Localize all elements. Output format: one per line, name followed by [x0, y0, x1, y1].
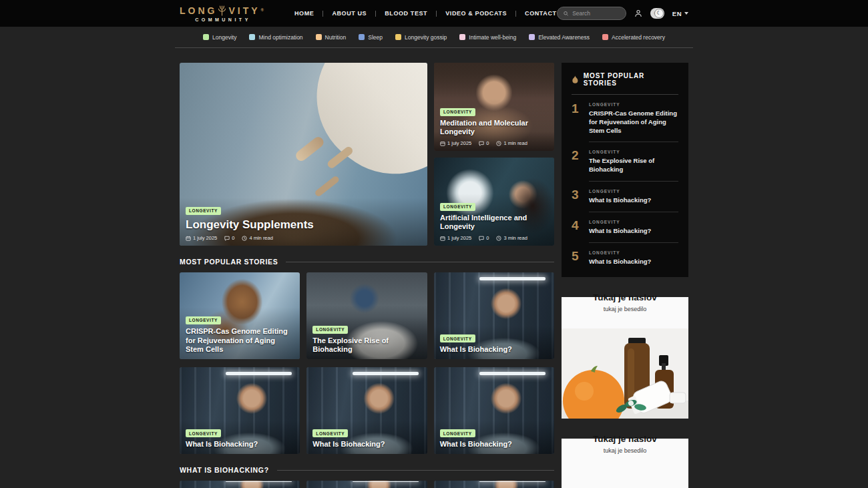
- nav-contact[interactable]: CONTACT: [525, 10, 557, 17]
- supplements-photo: [562, 328, 688, 419]
- featured-article[interactable]: LONGEVITY Longevity Supplements 1 july 2…: [180, 63, 427, 246]
- section-title: MOST POPULAR STORIES: [180, 258, 278, 266]
- article-title: Longevity Supplements: [186, 218, 421, 232]
- article-title: The Explosive Rise of Biohacking: [312, 336, 421, 355]
- article-card[interactable]: LONGEVITY What Is Biohacking?: [434, 272, 554, 359]
- search-icon: [564, 11, 569, 17]
- section-header-biohacking: WHAT IS BIOHACKING?: [180, 466, 554, 474]
- user-icon: [634, 9, 642, 17]
- popular-story-item[interactable]: 2 LONGEVITYThe Explosive Rise of Biohack…: [572, 142, 678, 181]
- nav-home[interactable]: HOME: [294, 10, 314, 17]
- account-button[interactable]: [634, 9, 642, 17]
- header-divider: [175, 47, 693, 48]
- article-title: What Is Biohacking?: [440, 440, 548, 449]
- theme-toggle[interactable]: ☀ ☾: [650, 8, 664, 19]
- category-longevity-gossip[interactable]: Longevity gossip: [395, 34, 447, 41]
- ad-text: tukaj je besedilo: [562, 447, 688, 454]
- calendar-icon: [186, 236, 191, 241]
- rank-number: 1: [572, 95, 582, 142]
- registered-mark: ®: [261, 8, 266, 12]
- category-color-swatch: [602, 34, 608, 40]
- top-bar: LONG VITY ® COMMUNITY HOME ABOUT US BLOO…: [0, 0, 868, 27]
- page-content: LONGEVITY Longevity Supplements 1 july 2…: [180, 63, 688, 488]
- category-sleep[interactable]: Sleep: [359, 34, 383, 41]
- comment-count: 0: [479, 235, 489, 241]
- story-category: LONGEVITY: [589, 102, 678, 107]
- article-card[interactable]: LONGEVITY What Is Biohacking?: [434, 367, 554, 454]
- article-card[interactable]: [306, 481, 427, 488]
- nav-divider: [515, 11, 516, 17]
- nav-video-podcasts[interactable]: VIDEO & PODCATS: [445, 10, 507, 17]
- article-card[interactable]: LONGEVITY What Is Biohacking?: [306, 367, 427, 454]
- secondary-article[interactable]: LONGEVITY Artificial Intelligence and Lo…: [434, 158, 554, 246]
- main-column: LONGEVITY Longevity Supplements 1 july 2…: [180, 63, 554, 488]
- article-card[interactable]: LONGEVITY The Explosive Rise of Biohacki…: [306, 272, 427, 359]
- category-elevated-awareness[interactable]: Elevated Awareness: [529, 34, 590, 41]
- most-popular-widget: MOST POPULAR STORIES 1 LONGEVITYCRISPR-C…: [562, 63, 688, 277]
- category-longevity[interactable]: Longevity: [203, 34, 236, 41]
- article-title: What Is Biohacking?: [186, 440, 294, 449]
- article-image: [180, 481, 300, 488]
- flame-icon: [572, 75, 579, 84]
- nav-about-us[interactable]: ABOUT US: [332, 10, 367, 17]
- story-title: What Is Biohacking?: [589, 196, 678, 205]
- article-title: Meditation and Molecular Longevity: [440, 119, 548, 138]
- ad-text: tukaj je besedilo: [562, 306, 688, 312]
- category-color-swatch: [316, 34, 322, 40]
- rank-number: 4: [572, 212, 582, 242]
- popular-story-item[interactable]: 4 LONGEVITYWhat Is Biohacking?: [572, 212, 678, 242]
- nav-blood-test[interactable]: BLOOD TEST: [385, 10, 427, 17]
- logo-text-right: VITY: [228, 6, 260, 15]
- popular-story-item[interactable]: 1 LONGEVITYCRISPR-Cas Genome Editing for…: [572, 95, 678, 142]
- ad-banner[interactable]: Tukaj je naslov tukaj je besedilo: [562, 297, 688, 419]
- category-badge[interactable]: LONGEVITY: [186, 207, 221, 215]
- category-intimate-well-being[interactable]: Intimate well-being: [459, 34, 516, 41]
- article-title: Artificial Intelligence and Longevity: [440, 214, 548, 232]
- category-accelerated-recovery[interactable]: Accelerated recovery: [602, 34, 665, 41]
- article-card[interactable]: [180, 481, 300, 488]
- calendar-icon: [440, 236, 445, 241]
- category-badge[interactable]: LONGEVITY: [440, 429, 475, 437]
- site-logo[interactable]: LONG VITY ® COMMUNITY: [180, 5, 266, 22]
- category-color-swatch: [359, 34, 365, 40]
- category-badge[interactable]: LONGEVITY: [186, 316, 221, 324]
- sidebar: MOST POPULAR STORIES 1 LONGEVITYCRISPR-C…: [562, 63, 688, 488]
- category-badge[interactable]: LONGEVITY: [440, 108, 475, 116]
- category-mind-optimization[interactable]: Mind optimization: [249, 34, 302, 41]
- search-input[interactable]: [572, 10, 620, 17]
- article-card[interactable]: LONGEVITY What Is Biohacking?: [180, 367, 300, 454]
- story-category: LONGEVITY: [589, 220, 678, 224]
- secondary-article[interactable]: LONGEVITY Meditation and Molecular Longe…: [434, 63, 554, 151]
- language-label: EN: [672, 10, 682, 17]
- rank-number: 2: [572, 142, 582, 181]
- story-category: LONGEVITY: [589, 250, 678, 255]
- chevron-down-icon: [684, 12, 688, 15]
- article-meta: 1 july 2025 0 4 min read: [186, 235, 421, 241]
- popular-story-item[interactable]: 3 LONGEVITYWhat Is Biohacking?: [572, 181, 678, 212]
- clock-icon: [242, 236, 247, 241]
- category-nutrition[interactable]: Nutrition: [316, 34, 347, 41]
- category-badge[interactable]: LONGEVITY: [312, 429, 348, 437]
- clock-icon: [496, 236, 501, 241]
- popular-story-item[interactable]: 5 LONGEVITYWhat Is Biohacking?: [572, 242, 678, 273]
- moon-icon: ☾: [654, 9, 664, 18]
- article-card[interactable]: LONGEVITY CRISPR-Cas Genome Editing for …: [180, 272, 300, 359]
- category-badge[interactable]: LONGEVITY: [440, 203, 475, 211]
- ad-banner[interactable]: Tukaj je naslov tukaj je besedilo: [562, 439, 688, 488]
- logo-text-left: LONG: [180, 6, 217, 15]
- read-time: 3 min read: [496, 235, 527, 241]
- category-badge[interactable]: LONGEVITY: [440, 334, 475, 342]
- article-card[interactable]: [434, 481, 554, 488]
- category-badge[interactable]: LONGEVITY: [312, 326, 348, 334]
- article-title: CRISPR-Cas Genome Editing for Rejuvenati…: [186, 327, 294, 354]
- story-title: What Is Biohacking?: [589, 258, 678, 266]
- widget-title: MOST POPULAR STORIES: [584, 72, 678, 87]
- section-divider: [277, 470, 554, 471]
- category-color-swatch: [529, 34, 535, 40]
- article-title: What Is Biohacking?: [312, 440, 421, 449]
- language-selector[interactable]: EN: [672, 10, 688, 17]
- search-box[interactable]: [557, 7, 627, 20]
- clock-icon: [496, 141, 501, 146]
- category-badge[interactable]: LONGEVITY: [186, 429, 221, 437]
- story-title: CRISPR-Cas Genome Editing for Rejuvenati…: [589, 109, 678, 135]
